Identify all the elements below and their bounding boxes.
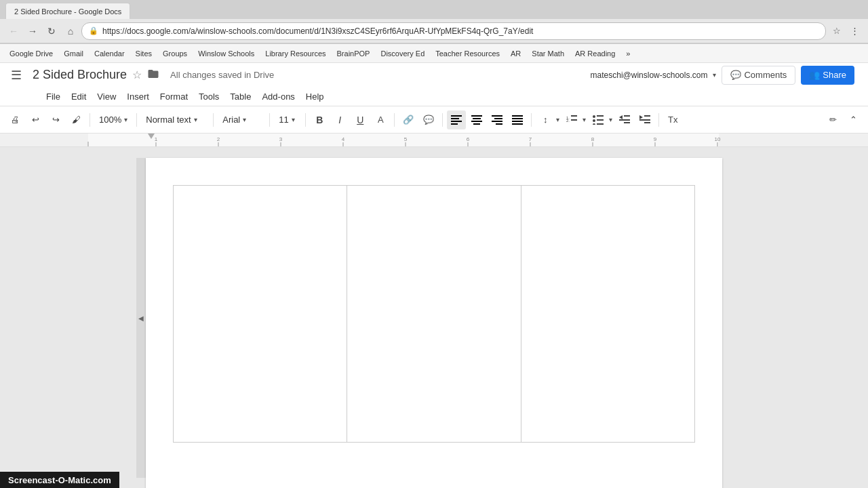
ssl-lock-icon: 🔒: [89, 26, 98, 35]
active-tab[interactable]: 2 Sided Brochure - Google Docs: [5, 3, 130, 19]
insert-link-button[interactable]: 🔗: [399, 110, 418, 129]
underline-button[interactable]: U: [351, 110, 370, 129]
italic-button[interactable]: I: [330, 110, 349, 129]
indent-increase-button[interactable]: [635, 110, 654, 129]
redo-button[interactable]: ↪: [46, 110, 65, 129]
menu-format[interactable]: Format: [155, 89, 193, 104]
doc-title[interactable]: 2 Sided Brochure: [33, 68, 127, 82]
edit-mode-button[interactable]: ✏: [823, 110, 842, 129]
bookmark-item-groups[interactable]: Groups: [159, 48, 191, 59]
back-button[interactable]: ←: [5, 23, 22, 39]
comments-button[interactable]: 💬 Comments: [722, 66, 795, 85]
bullet-list-button[interactable]: [589, 110, 608, 129]
svg-rect-6: [471, 121, 482, 122]
toolbar-expand-button[interactable]: ⌃: [844, 110, 863, 129]
svg-text:1: 1: [155, 136, 158, 142]
line-spacing-button[interactable]: ↕: [536, 110, 555, 129]
share-button[interactable]: 👥 Share: [801, 66, 854, 85]
move-to-folder-icon[interactable]: [147, 68, 159, 83]
style-select[interactable]: Normal text ▾: [141, 111, 209, 129]
table-cell-1[interactable]: [174, 186, 347, 443]
clear-formatting-button[interactable]: Tx: [663, 110, 682, 129]
font-caret-icon: ▾: [243, 116, 246, 123]
menu-addons[interactable]: Add-ons: [256, 89, 300, 104]
bookmark-item-library[interactable]: Library Resources: [261, 48, 330, 59]
align-justify-button[interactable]: [508, 110, 527, 129]
favorite-star-icon[interactable]: ☆: [132, 68, 142, 81]
watermark-text: Screencast-O-Matic.com: [8, 475, 111, 485]
bookmark-item-winslow[interactable]: Winslow Schools: [194, 48, 258, 59]
reload-button[interactable]: ↻: [43, 23, 60, 39]
svg-rect-0: [451, 115, 462, 117]
font-select[interactable]: Arial ▾: [218, 111, 265, 129]
style-caret-icon: ▾: [194, 116, 197, 123]
insert-comment-button[interactable]: 💬: [419, 110, 438, 129]
menu-edit[interactable]: Edit: [66, 89, 92, 104]
menu-tools[interactable]: Tools: [193, 89, 224, 104]
fontsize-select[interactable]: 11 ▾: [274, 111, 301, 129]
forward-button[interactable]: →: [24, 23, 41, 39]
svg-rect-9: [494, 118, 502, 119]
menu-file[interactable]: File: [41, 89, 66, 104]
table-cell-3[interactable]: [521, 186, 694, 443]
numbered-list-button[interactable]: 1.2.: [562, 110, 581, 129]
docs-body[interactable]: ◀ |: [0, 147, 868, 488]
sidebar-toggle[interactable]: ◀: [136, 158, 146, 478]
share-people-icon: 👥: [809, 70, 820, 80]
svg-rect-29: [624, 122, 630, 123]
document-page[interactable]: |: [146, 158, 722, 488]
svg-text:9: 9: [654, 136, 657, 142]
bookmark-item-teacher[interactable]: Teacher Resources: [431, 48, 504, 59]
table-cell-2[interactable]: [347, 186, 521, 443]
divider-3: [213, 113, 214, 127]
align-left-button[interactable]: [447, 110, 466, 129]
browser-menu-icon[interactable]: ⋮: [846, 23, 863, 39]
bookmark-item-more[interactable]: »: [622, 48, 634, 59]
svg-rect-14: [512, 121, 523, 122]
print-button[interactable]: 🖨: [5, 110, 24, 129]
docs-title-bar: ☰ 2 Sided Brochure ☆ All changes saved i…: [0, 63, 868, 87]
menu-table[interactable]: Table: [224, 89, 256, 104]
svg-text:2: 2: [217, 136, 220, 142]
paint-format-button[interactable]: 🖌: [66, 110, 85, 129]
bookmark-item-starmath[interactable]: Star Math: [528, 48, 568, 59]
home-button[interactable]: ⌂: [62, 23, 79, 39]
url-text: https://docs.google.com/a/winslow-school…: [102, 26, 818, 36]
divider-1: [90, 113, 90, 127]
divider-6: [394, 113, 395, 127]
bold-button[interactable]: B: [310, 110, 329, 129]
bookmark-item-sites[interactable]: Sites: [132, 48, 156, 59]
bookmark-item-reading[interactable]: AR Reading: [571, 48, 619, 59]
hamburger-menu-icon[interactable]: ☰: [5, 64, 27, 86]
comments-icon: 💬: [730, 70, 741, 80]
svg-rect-17: [571, 115, 577, 117]
svg-marker-26: [619, 115, 623, 119]
zoom-caret-icon: ▾: [124, 116, 127, 123]
text-color-button[interactable]: A: [371, 110, 390, 129]
align-center-button[interactable]: [467, 110, 486, 129]
align-right-button[interactable]: [488, 110, 507, 129]
fontsize-caret-icon: ▾: [292, 116, 295, 123]
divider-5: [305, 113, 306, 127]
undo-button[interactable]: ↩: [26, 110, 45, 129]
indent-decrease-button[interactable]: [615, 110, 634, 129]
menu-insert[interactable]: Insert: [121, 89, 155, 104]
bookmark-item-discovery[interactable]: Discovery Ed: [376, 48, 429, 59]
bookmark-item-brainpop[interactable]: BrainPOP: [333, 48, 374, 59]
bookmark-item-gmail[interactable]: Gmail: [60, 48, 87, 59]
bookmark-item-drive[interactable]: Google Drive: [5, 48, 57, 59]
bookmark-item-calendar[interactable]: Calendar: [90, 48, 129, 59]
zoom-select[interactable]: 100% ▾: [94, 111, 132, 129]
svg-text:3: 3: [279, 136, 283, 142]
address-bar[interactable]: 🔒 https://docs.google.com/a/winslow-scho…: [81, 22, 826, 40]
bookmark-bar: Google Drive Gmail Calendar Sites Groups…: [0, 44, 868, 63]
svg-rect-32: [639, 119, 650, 121]
menu-help[interactable]: Help: [300, 89, 330, 104]
svg-rect-5: [473, 118, 481, 119]
menu-view[interactable]: View: [92, 89, 121, 104]
bookmark-item-ar[interactable]: AR: [507, 48, 525, 59]
svg-rect-3: [451, 123, 458, 125]
user-menu-caret-icon[interactable]: ▾: [713, 71, 716, 79]
bookmark-star-icon[interactable]: ☆: [829, 23, 845, 39]
user-email[interactable]: mateschi@winslow-schools.com: [591, 70, 708, 80]
